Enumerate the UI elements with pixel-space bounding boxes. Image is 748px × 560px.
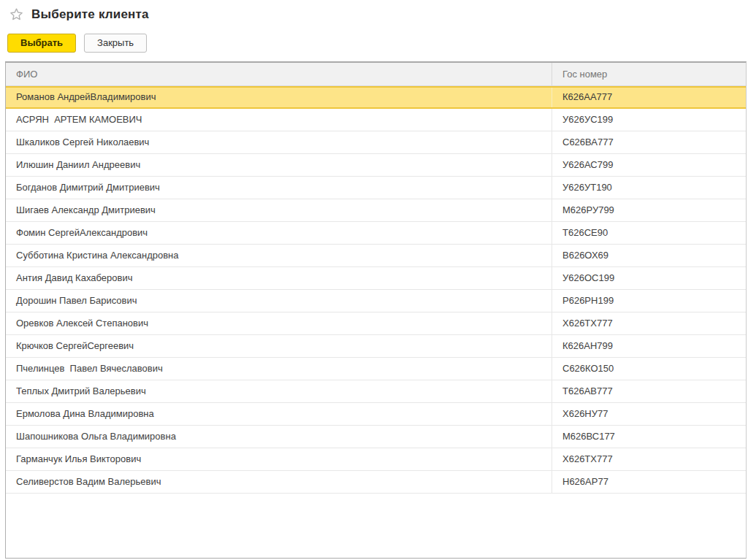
plate-number-cell: У626ОС199 (552, 267, 746, 289)
client-name-cell: Оревков Алексей Степанович (6, 312, 552, 334)
favorite-star-icon[interactable] (9, 7, 24, 22)
table-row[interactable]: Оревков Алексей СтепановичХ626ТХ777 (6, 312, 746, 335)
column-header-fio[interactable]: ФИО (6, 63, 552, 85)
client-name-cell: Романов АндрейВладимирович (6, 88, 552, 107)
table-row[interactable]: Фомин СергейАлександровичТ626СЕ90 (6, 222, 746, 245)
client-name-cell: Теплых Дмитрий Валерьевич (6, 380, 552, 402)
page-title: Выберите клиента (31, 7, 149, 22)
plate-number-cell: Н626АР77 (552, 471, 746, 493)
close-button[interactable]: Закрыть (84, 34, 147, 53)
select-button[interactable]: Выбрать (7, 34, 76, 53)
client-name-cell: Субботина Кристина Александровна (6, 245, 552, 266)
plate-number-cell: У626АС799 (552, 154, 746, 176)
clients-table: ФИО Гос номер Романов АндрейВладимирович… (5, 61, 747, 559)
client-name-cell: Шкаликов Сергей Николаевич (6, 131, 552, 153)
client-name-cell: Ермолова Дина Владимировна (6, 403, 552, 425)
table-row[interactable]: Дорошин Павел БарисовичР626РН199 (6, 290, 746, 312)
client-name-cell: Гарманчук Илья Викторович (6, 448, 552, 470)
table-row[interactable]: Ермолова Дина ВладимировнаХ626НУ77 (6, 403, 746, 426)
table-row[interactable]: Селиверстов Вадим ВалерьевичН626АР77 (6, 471, 746, 494)
client-name-cell: Дорошин Павел Барисович (6, 290, 552, 312)
table-row[interactable]: Крючков СергейСергеевичК626АН799 (6, 335, 746, 358)
plate-number-cell: Т626СЕ90 (552, 222, 746, 244)
plate-number-cell: У626УС199 (552, 109, 746, 131)
plate-number-cell: У626УТ190 (552, 177, 746, 199)
plate-number-cell: Х626НУ77 (552, 403, 746, 425)
client-name-cell: Фомин СергейАлександрович (6, 222, 552, 244)
plate-number-cell: К626АН799 (552, 335, 746, 357)
table-row[interactable]: Пчелинцев Павел ВячеславовичС626КО150 (6, 358, 746, 380)
command-bar: Выбрать Закрыть (7, 34, 147, 53)
table-row[interactable]: Антия Давид КахаберовичУ626ОС199 (6, 267, 746, 290)
titlebar: Выберите клиента (9, 7, 149, 22)
plate-number-cell: М626РУ799 (552, 199, 746, 221)
client-name-cell: Шигаев Александр Дмитриевич (6, 199, 552, 221)
table-body: Романов АндрейВладимировичК626АА777АСРЯН… (6, 86, 746, 494)
table-row[interactable]: Богданов Димитрий ДмитриевичУ626УТ190 (6, 177, 746, 199)
plate-number-cell: С626ВА777 (552, 131, 746, 153)
plate-number-cell: М626ВС177 (552, 426, 746, 448)
client-name-cell: АСРЯН АРТЕМ КАМОЕВИЧ (6, 109, 552, 131)
table-row[interactable]: АСРЯН АРТЕМ КАМОЕВИЧУ626УС199 (6, 109, 746, 131)
client-picker-window: Выберите клиента Выбрать Закрыть ФИО Гос… (0, 0, 748, 560)
table-row[interactable]: Романов АндрейВладимировичК626АА777 (6, 86, 746, 109)
plate-number-cell: С626КО150 (552, 358, 746, 380)
client-name-cell: Богданов Димитрий Дмитриевич (6, 177, 552, 199)
client-name-cell: Илюшин Даниил Андреевич (6, 154, 552, 176)
plate-number-cell: Р626РН199 (552, 290, 746, 312)
table-row[interactable]: Илюшин Даниил АндреевичУ626АС799 (6, 154, 746, 177)
plate-number-cell: Т626АВ777 (552, 380, 746, 402)
client-name-cell: Антия Давид Кахаберович (6, 267, 552, 289)
column-header-gos-nomer[interactable]: Гос номер (552, 63, 746, 85)
table-row[interactable]: Шигаев Александр ДмитриевичМ626РУ799 (6, 199, 746, 222)
table-row[interactable]: Шкаликов Сергей НиколаевичС626ВА777 (6, 131, 746, 154)
client-name-cell: Шапошникова Ольга Владимировна (6, 426, 552, 448)
client-name-cell: Крючков СергейСергеевич (6, 335, 552, 357)
table-row[interactable]: Гарманчук Илья ВикторовичХ626ТХ777 (6, 448, 746, 471)
table-header: ФИО Гос номер (6, 63, 746, 86)
plate-number-cell: К626АА777 (552, 88, 746, 107)
client-name-cell: Пчелинцев Павел Вячеславович (6, 358, 552, 380)
table-row[interactable]: Субботина Кристина АлександровнаВ626ОХ69 (6, 245, 746, 267)
plate-number-cell: Х626ТХ777 (552, 448, 746, 470)
plate-number-cell: Х626ТХ777 (552, 312, 746, 334)
plate-number-cell: В626ОХ69 (552, 245, 746, 266)
client-name-cell: Селиверстов Вадим Валерьевич (6, 471, 552, 493)
table-row[interactable]: Теплых Дмитрий ВалерьевичТ626АВ777 (6, 380, 746, 403)
table-row[interactable]: Шапошникова Ольга ВладимировнаМ626ВС177 (6, 426, 746, 448)
